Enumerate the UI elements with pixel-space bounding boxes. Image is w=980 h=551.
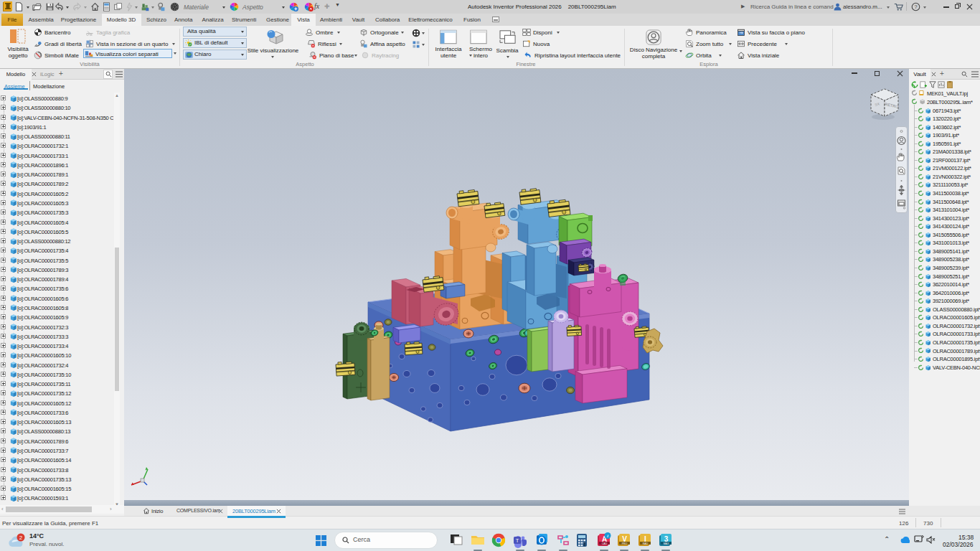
svg-text:RAD: RAD (643, 542, 649, 545)
svg-text:2: 2 (19, 534, 23, 541)
svg-text:MAX: MAX (664, 542, 669, 545)
svg-text:CAD: CAD (602, 542, 608, 545)
svg-text:T: T (516, 537, 519, 544)
svg-text:?: ? (914, 4, 917, 10)
svg-text:PRO: PRO (622, 542, 628, 545)
